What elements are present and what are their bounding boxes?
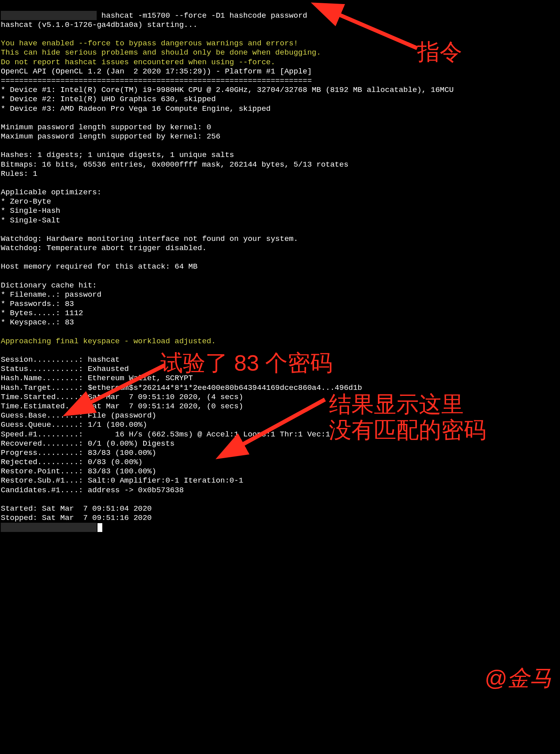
hr-line: ========================================… bbox=[1, 76, 312, 85]
guess-queue-line: Guess.Queue......: 1/1 (100.00%) bbox=[1, 420, 147, 429]
candidates-line: Candidates.#1....: address -> 0x0b573638 bbox=[1, 486, 184, 495]
device-2: * Device #2: Intel(R) UHD Graphics 630, … bbox=[1, 95, 216, 104]
line-starting: hashcat (v5.1.0-1726-ga4db1a0a) starting… bbox=[1, 20, 197, 29]
started-line: Started: Sat Mar 7 09:51:04 2020 bbox=[1, 504, 152, 513]
speed-line: Speed.#1.........: 16 H/s (662.53ms) @ A… bbox=[1, 430, 330, 439]
opt-1: * Zero-Byte bbox=[1, 197, 51, 206]
stopped-line: Stopped: Sat Mar 7 09:51:16 2020 bbox=[1, 514, 152, 522]
dict-passwords: * Passwords.: 83 bbox=[1, 300, 74, 308]
time-estimated-line: Time.Estimated...: Sat Mar 7 09:51:14 20… bbox=[1, 402, 243, 411]
hashes-line: Hashes: 1 digests; 1 unique digests, 1 u… bbox=[1, 151, 234, 159]
dict-filename: * Filename..: password bbox=[1, 290, 101, 299]
restore-sub-line: Restore.Sub.#1...: Salt:0 Amplifier:0-1 … bbox=[1, 476, 243, 485]
dict-header: Dictionary cache hit: bbox=[1, 281, 97, 290]
device-1: * Device #1: Intel(R) Core(TM) i9-9980HK… bbox=[1, 86, 454, 94]
watchdog-2: Watchdog: Temperature abort trigger disa… bbox=[1, 244, 207, 253]
dict-bytes: * Bytes.....: 1112 bbox=[1, 309, 83, 318]
rules-line: Rules: 1 bbox=[1, 169, 37, 178]
hashname-line: Hash.Name........: Ethereum Wallet, SCRY… bbox=[1, 374, 193, 383]
command-line: hashcat -m15700 --force -D1 hashcode pas… bbox=[101, 11, 307, 20]
max-length: Maximum password length supported by ker… bbox=[1, 132, 220, 141]
appopt-line: Applicable optimizers: bbox=[1, 188, 101, 197]
terminal-output: █ █ █ █▄ ▀▄█ hashcat -m15700 --force -D1… bbox=[0, 0, 454, 534]
hashtarget-line: Hash.Target......: $ethereum$s*262144*8*… bbox=[1, 383, 362, 392]
cursor-block-icon bbox=[97, 523, 102, 532]
warn-line-2: This can hide serious problems and shoul… bbox=[1, 48, 321, 57]
guess-base-line: Guess.Base.......: File (password) bbox=[1, 411, 156, 420]
session-line: Session..........: hashcat bbox=[1, 355, 120, 364]
opt-2: * Single-Hash bbox=[1, 206, 60, 215]
rejected-line: Rejected.........: 0/83 (0.00%) bbox=[1, 458, 142, 467]
bitmaps-line: Bitmaps: 16 bits, 65536 entries, 0x0000f… bbox=[1, 160, 349, 169]
opt-3: * Single-Salt bbox=[1, 216, 60, 225]
device-3: * Device #3: AMD Radeon Pro Vega 16 Comp… bbox=[1, 104, 271, 113]
hostmem-line: Host memory required for this attack: 64… bbox=[1, 262, 197, 271]
recovered-line: Recovered........: 0/1 (0.00%) Digests bbox=[1, 439, 174, 448]
annotation-watermark: @金马 bbox=[484, 664, 552, 692]
status-line: Status...........: Exhausted bbox=[1, 365, 129, 373]
redacted-prompt: █ █ █ █▄ ▀▄█ bbox=[1, 11, 97, 20]
watchdog-1: Watchdog: Hardware monitoring interface … bbox=[1, 234, 298, 243]
progress-line: Progress.........: 83/83 (100.00%) bbox=[1, 448, 156, 457]
redacted-prompt-2: █ █ █ █▄ ▀▄█ bbox=[1, 523, 97, 532]
warn-line-1: You have enabled --force to bypass dange… bbox=[1, 39, 298, 48]
opencl-line: OpenCL API (OpenCL 1.2 (Jan 2 2020 17:35… bbox=[1, 67, 312, 76]
min-length: Minimum password length supported by ker… bbox=[1, 123, 211, 132]
approach-line: Approaching final keyspace - workload ad… bbox=[1, 337, 216, 346]
restore-point-line: Restore.Point....: 83/83 (100.00%) bbox=[1, 467, 156, 476]
dict-keyspace: * Keyspace..: 83 bbox=[1, 318, 74, 327]
warn-line-3: Do not report hashcat issues encountered… bbox=[1, 58, 275, 67]
time-started-line: Time.Started.....: Sat Mar 7 09:51:10 20… bbox=[1, 393, 243, 401]
